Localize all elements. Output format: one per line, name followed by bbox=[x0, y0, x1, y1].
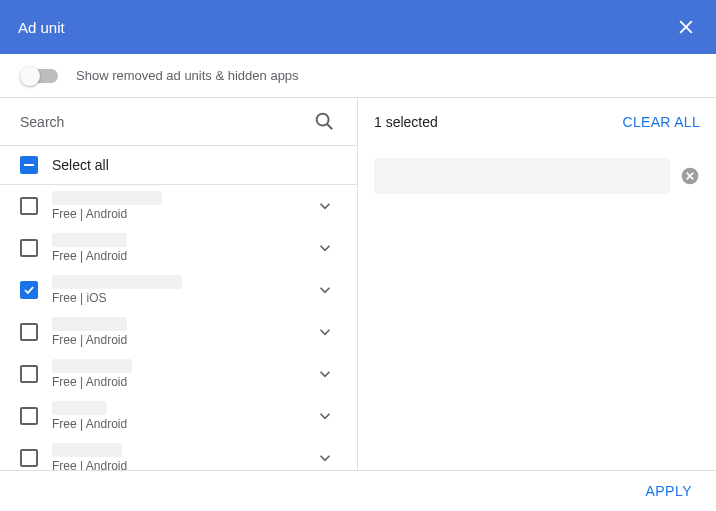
item-checkbox[interactable] bbox=[20, 197, 38, 215]
dialog-title: Ad unit bbox=[18, 19, 65, 36]
search-input[interactable] bbox=[20, 114, 313, 130]
item-name bbox=[52, 443, 122, 457]
dialog-header: Ad unit bbox=[0, 0, 716, 54]
chevron-down-icon[interactable] bbox=[313, 404, 337, 428]
selected-item-name bbox=[374, 158, 670, 194]
list-item: Free | Android bbox=[0, 227, 357, 269]
selected-item bbox=[374, 158, 700, 194]
item-checkbox[interactable] bbox=[20, 281, 38, 299]
content-area: Select all Free | AndroidFree | AndroidF… bbox=[0, 98, 716, 471]
chevron-down-icon[interactable] bbox=[313, 362, 337, 386]
toggle-label: Show removed ad units & hidden apps bbox=[76, 68, 299, 83]
item-name bbox=[52, 317, 127, 331]
select-all-label: Select all bbox=[52, 157, 109, 173]
item-subtitle: Free | Android bbox=[52, 333, 299, 347]
right-panel: 1 selected CLEAR ALL bbox=[358, 98, 716, 470]
item-name bbox=[52, 191, 162, 205]
select-all-row: Select all bbox=[0, 146, 357, 185]
chevron-down-icon[interactable] bbox=[313, 236, 337, 260]
item-name bbox=[52, 401, 107, 415]
toggle-knob bbox=[20, 66, 40, 86]
remove-icon[interactable] bbox=[680, 166, 700, 186]
list-item: Free | iOS bbox=[0, 269, 357, 311]
show-removed-toggle[interactable] bbox=[22, 69, 58, 83]
toggle-row: Show removed ad units & hidden apps bbox=[0, 54, 716, 98]
item-subtitle: Free | Android bbox=[52, 375, 299, 389]
search-row bbox=[0, 98, 357, 146]
item-body: Free | Android bbox=[52, 233, 299, 263]
item-subtitle: Free | Android bbox=[52, 207, 299, 221]
item-checkbox[interactable] bbox=[20, 239, 38, 257]
selected-count: 1 selected bbox=[374, 114, 438, 130]
chevron-down-icon[interactable] bbox=[313, 194, 337, 218]
item-name bbox=[52, 359, 132, 373]
item-subtitle: Free | Android bbox=[52, 459, 299, 470]
dialog-footer: APPLY bbox=[0, 471, 716, 511]
list-item: Free | Android bbox=[0, 185, 357, 227]
item-body: Free | Android bbox=[52, 317, 299, 347]
app-list[interactable]: Free | AndroidFree | AndroidFree | iOSFr… bbox=[0, 185, 357, 470]
right-header: 1 selected CLEAR ALL bbox=[358, 98, 716, 146]
item-body: Free | iOS bbox=[52, 275, 299, 305]
clear-all-button[interactable]: CLEAR ALL bbox=[623, 114, 700, 130]
close-icon[interactable] bbox=[674, 15, 698, 39]
select-all-checkbox[interactable] bbox=[20, 156, 38, 174]
item-subtitle: Free | Android bbox=[52, 417, 299, 431]
item-body: Free | Android bbox=[52, 191, 299, 221]
item-body: Free | Android bbox=[52, 443, 299, 470]
item-body: Free | Android bbox=[52, 359, 299, 389]
search-icon[interactable] bbox=[313, 110, 337, 134]
svg-line-3 bbox=[327, 124, 332, 129]
selected-list bbox=[358, 146, 716, 470]
item-name bbox=[52, 275, 182, 289]
list-item: Free | Android bbox=[0, 395, 357, 437]
svg-point-2 bbox=[317, 113, 329, 125]
item-subtitle: Free | iOS bbox=[52, 291, 299, 305]
item-checkbox[interactable] bbox=[20, 365, 38, 383]
list-item: Free | Android bbox=[0, 353, 357, 395]
item-checkbox[interactable] bbox=[20, 323, 38, 341]
list-item: Free | Android bbox=[0, 311, 357, 353]
chevron-down-icon[interactable] bbox=[313, 446, 337, 470]
item-checkbox[interactable] bbox=[20, 449, 38, 467]
item-subtitle: Free | Android bbox=[52, 249, 299, 263]
chevron-down-icon[interactable] bbox=[313, 278, 337, 302]
apply-button[interactable]: APPLY bbox=[645, 483, 692, 499]
item-checkbox[interactable] bbox=[20, 407, 38, 425]
chevron-down-icon[interactable] bbox=[313, 320, 337, 344]
item-body: Free | Android bbox=[52, 401, 299, 431]
left-panel: Select all Free | AndroidFree | AndroidF… bbox=[0, 98, 358, 470]
item-name bbox=[52, 233, 127, 247]
list-item: Free | Android bbox=[0, 437, 357, 470]
